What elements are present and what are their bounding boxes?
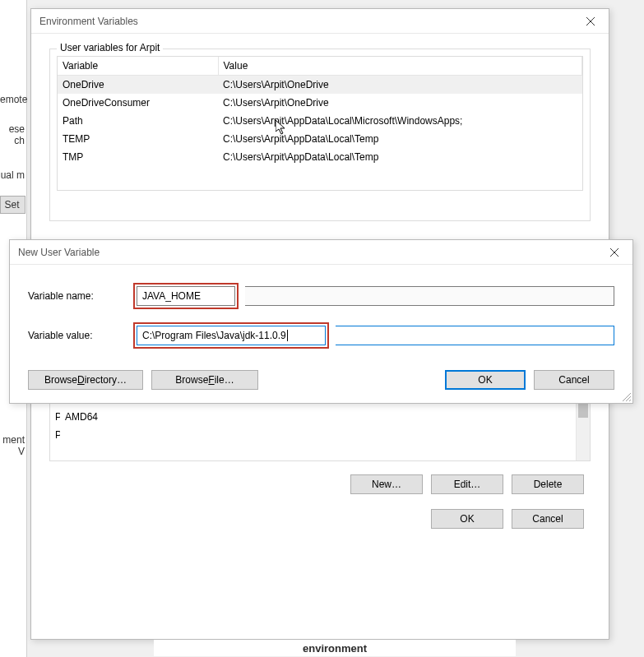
table-row[interactable]: OneDriveConsumerC:\Users\Arpit\OneDrive xyxy=(58,94,582,112)
nuv-titlebar: New User Variable xyxy=(10,240,632,265)
text-caret xyxy=(287,330,288,341)
variable-value-input[interactable]: C:\Program Files\Java\jdk-11.0.9 xyxy=(137,326,326,345)
user-variables-table[interactable]: Variable Value OneDriveC:\Users\Arpit\On… xyxy=(57,56,583,191)
env-close-button[interactable] xyxy=(572,9,609,34)
close-icon xyxy=(610,248,619,257)
env-titlebar: Environment Variables xyxy=(31,9,609,34)
table-row[interactable]: OneDriveC:\Users\Arpit\OneDrive xyxy=(58,76,582,95)
bg-fragment: ese ch xyxy=(0,123,26,146)
sys-edit-button[interactable]: Edit… xyxy=(431,474,503,494)
annotation-highlight-name xyxy=(133,283,239,309)
annotation-highlight-value: C:\Program Files\Java\jdk-11.0.9 xyxy=(133,322,329,349)
variable-name-input-ext[interactable] xyxy=(245,286,614,306)
user-variables-group-title: User variables for Arpit xyxy=(57,42,163,53)
user-variables-group: User variables for Arpit Variable Value … xyxy=(49,49,591,221)
bg-fragment: emote xyxy=(0,94,26,105)
browse-file-button[interactable]: Browse File… xyxy=(151,370,258,390)
env-cancel-button[interactable]: Cancel xyxy=(512,509,584,529)
variable-name-label: Variable name: xyxy=(28,290,137,302)
nuv-ok-button[interactable]: OK xyxy=(445,370,526,390)
new-user-variable-dialog: New User Variable Variable name: Variabl… xyxy=(9,239,633,404)
table-row[interactable]: PathC:\Users\Arpit\AppData\Local\Microso… xyxy=(58,112,582,130)
nuv-close-button[interactable] xyxy=(595,240,632,265)
table-row[interactable]: PROCESSOR_ARCHITECTU…AMD64 xyxy=(50,408,590,426)
bg-fragment: ment V xyxy=(0,434,26,457)
variable-name-input[interactable] xyxy=(137,286,235,306)
variable-value-input-ext[interactable] xyxy=(336,326,614,345)
nuv-title: New User Variable xyxy=(18,247,100,258)
nuv-cancel-button[interactable]: Cancel xyxy=(534,370,614,390)
table-row[interactable]: TEMPC:\Users\Arpit\AppData\Local\Temp xyxy=(58,130,582,148)
variable-value-label: Variable value: xyxy=(28,330,137,341)
env-ok-button[interactable]: OK xyxy=(431,509,503,529)
bg-settings-button-fragment[interactable]: Set xyxy=(0,196,25,214)
close-icon xyxy=(586,17,595,25)
browse-directory-button[interactable]: Browse Directory… xyxy=(28,370,143,390)
sys-delete-button[interactable]: Delete xyxy=(512,474,584,494)
svg-line-6 xyxy=(629,400,631,401)
sys-new-button[interactable]: New… xyxy=(350,474,423,494)
resize-grip[interactable] xyxy=(621,391,631,401)
col-value[interactable]: Value xyxy=(218,57,582,76)
table-row[interactable]: TMPC:\Users\Arpit\AppData\Local\Temp xyxy=(58,148,582,166)
table-row[interactable]: PROCESSOR_IDENTIFIER xyxy=(50,426,590,444)
col-variable[interactable]: Variable xyxy=(58,57,218,76)
background-search-fragment: environment xyxy=(154,640,516,656)
env-title: Environment Variables xyxy=(39,16,138,27)
bg-fragment: ual m xyxy=(0,169,26,181)
